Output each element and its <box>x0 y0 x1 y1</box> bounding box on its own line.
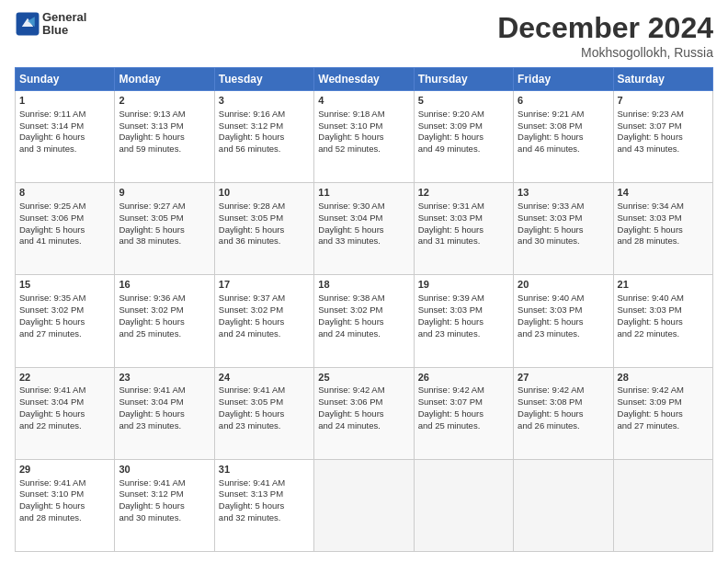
col-thursday: Thursday <box>414 68 513 91</box>
calendar-header-row: Sunday Monday Tuesday Wednesday Thursday… <box>16 68 713 91</box>
calendar-row: 22 Sunrise: 9:41 AMSunset: 3:04 PMDaylig… <box>16 367 713 459</box>
empty-cell <box>314 459 414 551</box>
day-number: 16 <box>119 278 210 292</box>
day-number: 30 <box>119 463 210 477</box>
day-number: 9 <box>119 186 210 200</box>
col-sunday: Sunday <box>16 68 115 91</box>
day-cell: 11 Sunrise: 9:30 AMSunset: 3:04 PMDaylig… <box>314 183 414 275</box>
day-cell: 18 Sunrise: 9:38 AMSunset: 3:02 PMDaylig… <box>314 275 414 367</box>
day-cell: 14 Sunrise: 9:34 AMSunset: 3:03 PMDaylig… <box>613 183 712 275</box>
day-number: 25 <box>318 371 409 385</box>
logo: General Blue <box>15 11 86 38</box>
logo-icon <box>15 11 40 37</box>
day-cell: 26 Sunrise: 9:42 AMSunset: 3:07 PMDaylig… <box>414 367 513 459</box>
day-number: 3 <box>219 94 310 108</box>
day-number: 2 <box>119 94 210 108</box>
day-cell: 9 Sunrise: 9:27 AMSunset: 3:05 PMDayligh… <box>115 183 214 275</box>
calendar-row: 8 Sunrise: 9:25 AMSunset: 3:06 PMDayligh… <box>16 183 713 275</box>
empty-cell <box>613 459 712 551</box>
day-cell: 6 Sunrise: 9:21 AMSunset: 3:08 PMDayligh… <box>514 91 613 183</box>
day-number: 20 <box>518 278 609 292</box>
empty-cell <box>514 459 613 551</box>
day-cell: 2 Sunrise: 9:13 AMSunset: 3:13 PMDayligh… <box>115 91 214 183</box>
day-number: 23 <box>119 371 210 385</box>
day-number: 24 <box>219 371 310 385</box>
col-wednesday: Wednesday <box>314 68 414 91</box>
col-friday: Friday <box>514 68 613 91</box>
day-number: 13 <box>518 186 609 200</box>
day-number: 31 <box>219 463 310 477</box>
col-monday: Monday <box>115 68 214 91</box>
day-number: 10 <box>219 186 310 200</box>
day-cell: 27 Sunrise: 9:42 AMSunset: 3:08 PMDaylig… <box>514 367 613 459</box>
calendar-table: Sunday Monday Tuesday Wednesday Thursday… <box>15 67 713 552</box>
day-cell: 1 Sunrise: 9:11 AMSunset: 3:14 PMDayligh… <box>16 91 115 183</box>
logo-text: General Blue <box>42 11 86 38</box>
calendar-row: 29 Sunrise: 9:41 AMSunset: 3:10 PMDaylig… <box>16 459 713 551</box>
calendar-row: 15 Sunrise: 9:35 AMSunset: 3:02 PMDaylig… <box>16 275 713 367</box>
day-number: 27 <box>518 371 609 385</box>
page: General Blue December 2024 Mokhsogollokh… <box>0 0 728 563</box>
day-number: 12 <box>418 186 509 200</box>
day-cell: 5 Sunrise: 9:20 AMSunset: 3:09 PMDayligh… <box>414 91 513 183</box>
day-number: 21 <box>618 278 709 292</box>
day-cell: 24 Sunrise: 9:41 AMSunset: 3:05 PMDaylig… <box>214 367 313 459</box>
calendar-row: 1 Sunrise: 9:11 AMSunset: 3:14 PMDayligh… <box>16 91 713 183</box>
day-cell: 22 Sunrise: 9:41 AMSunset: 3:04 PMDaylig… <box>16 367 115 459</box>
day-cell: 16 Sunrise: 9:36 AMSunset: 3:02 PMDaylig… <box>115 275 214 367</box>
day-cell: 28 Sunrise: 9:42 AMSunset: 3:09 PMDaylig… <box>613 367 712 459</box>
day-cell: 29 Sunrise: 9:41 AMSunset: 3:10 PMDaylig… <box>16 459 115 551</box>
header: General Blue December 2024 Mokhsogollokh… <box>15 11 713 60</box>
day-cell: 4 Sunrise: 9:18 AMSunset: 3:10 PMDayligh… <box>314 91 414 183</box>
day-cell: 8 Sunrise: 9:25 AMSunset: 3:06 PMDayligh… <box>16 183 115 275</box>
location: Mokhsogollokh, Russia <box>497 45 713 60</box>
day-cell: 17 Sunrise: 9:37 AMSunset: 3:02 PMDaylig… <box>214 275 313 367</box>
day-number: 26 <box>418 371 509 385</box>
day-cell: 10 Sunrise: 9:28 AMSunset: 3:05 PMDaylig… <box>214 183 313 275</box>
day-number: 18 <box>318 278 409 292</box>
day-number: 11 <box>318 186 409 200</box>
day-number: 29 <box>19 463 110 477</box>
day-number: 8 <box>19 186 110 200</box>
day-number: 17 <box>219 278 310 292</box>
day-number: 1 <box>19 94 110 108</box>
day-number: 15 <box>19 278 110 292</box>
day-number: 4 <box>318 94 409 108</box>
day-number: 5 <box>418 94 509 108</box>
day-number: 22 <box>19 371 110 385</box>
day-cell: 12 Sunrise: 9:31 AMSunset: 3:03 PMDaylig… <box>414 183 513 275</box>
day-cell: 31 Sunrise: 9:41 AMSunset: 3:13 PMDaylig… <box>214 459 313 551</box>
day-number: 14 <box>618 186 709 200</box>
col-tuesday: Tuesday <box>214 68 313 91</box>
col-saturday: Saturday <box>613 68 712 91</box>
title-block: December 2024 Mokhsogollokh, Russia <box>497 11 713 60</box>
month-title: December 2024 <box>497 11 713 45</box>
day-number: 28 <box>618 371 709 385</box>
day-cell: 30 Sunrise: 9:41 AMSunset: 3:12 PMDaylig… <box>115 459 214 551</box>
day-cell: 7 Sunrise: 9:23 AMSunset: 3:07 PMDayligh… <box>613 91 712 183</box>
day-cell: 3 Sunrise: 9:16 AMSunset: 3:12 PMDayligh… <box>214 91 313 183</box>
day-cell: 23 Sunrise: 9:41 AMSunset: 3:04 PMDaylig… <box>115 367 214 459</box>
empty-cell <box>414 459 513 551</box>
day-cell: 25 Sunrise: 9:42 AMSunset: 3:06 PMDaylig… <box>314 367 414 459</box>
day-cell: 15 Sunrise: 9:35 AMSunset: 3:02 PMDaylig… <box>16 275 115 367</box>
logo-line1: General <box>42 11 86 24</box>
day-cell: 19 Sunrise: 9:39 AMSunset: 3:03 PMDaylig… <box>414 275 513 367</box>
day-number: 6 <box>518 94 609 108</box>
day-cell: 20 Sunrise: 9:40 AMSunset: 3:03 PMDaylig… <box>514 275 613 367</box>
day-cell: 13 Sunrise: 9:33 AMSunset: 3:03 PMDaylig… <box>514 183 613 275</box>
day-cell: 21 Sunrise: 9:40 AMSunset: 3:03 PMDaylig… <box>613 275 712 367</box>
day-number: 7 <box>618 94 709 108</box>
day-number: 19 <box>418 278 509 292</box>
logo-line2: Blue <box>42 24 86 37</box>
